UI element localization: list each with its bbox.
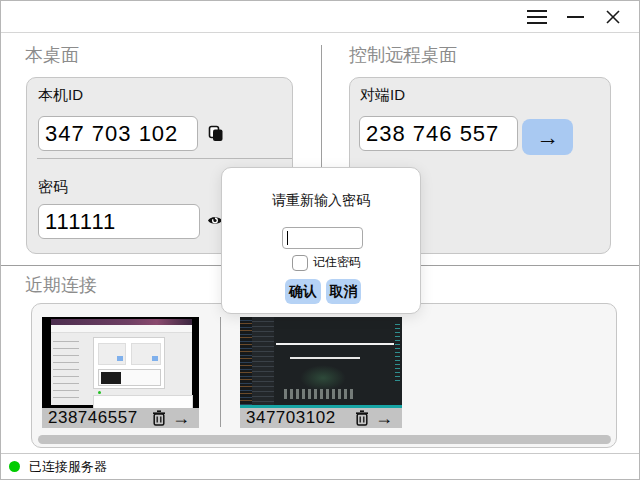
copy-id-button[interactable] [207, 125, 224, 142]
peer-id-label: 对端ID [360, 86, 405, 105]
thumb-window-line [290, 357, 360, 359]
thumb-browser-toolbar [51, 325, 192, 333]
thumb-lower-panel [93, 395, 193, 408]
arrow-right-icon: → [172, 408, 190, 428]
connection-status-text: 已连接服务器 [29, 458, 107, 476]
recent-connections-card: 238746557 → [31, 303, 617, 448]
thumb-desktop-screenshot [51, 319, 192, 405]
thumb-window-line [276, 343, 394, 345]
recent-connection-id: 238746557 [48, 408, 149, 428]
trash-icon [152, 410, 166, 426]
text-caret [287, 231, 288, 245]
recent-connection-item[interactable]: 238746557 → [42, 317, 199, 428]
thumb-mini-recent [98, 369, 161, 386]
cancel-button[interactable]: 取消 [326, 279, 361, 304]
delete-recent-button[interactable] [352, 410, 372, 426]
thumb-text-lines [284, 389, 354, 399]
close-icon [605, 9, 621, 25]
minimize-button[interactable] [557, 1, 593, 33]
password-input[interactable] [38, 204, 200, 239]
peer-id-input[interactable] [359, 116, 518, 151]
thumb-sidebar-text [53, 337, 79, 403]
remote-section-heading: 控制远程桌面 [349, 43, 457, 67]
thumb-code-glow [300, 365, 346, 391]
thumbnail-divider [220, 317, 221, 427]
thumb-minimap [395, 321, 400, 381]
dialog-password-input[interactable] [282, 227, 363, 249]
remember-password-label: 记住密码 [313, 254, 361, 271]
recent-horizontal-scrollbar[interactable] [38, 435, 611, 444]
password-dialog: 请重新输入密码 记住密码 确认 取消 [221, 167, 421, 314]
close-button[interactable] [595, 1, 631, 33]
remember-password-option[interactable]: 记住密码 [292, 254, 361, 271]
local-id-label: 本机ID [38, 86, 83, 105]
arrow-right-icon: → [536, 124, 559, 150]
thumb-editor-screenshot [240, 317, 402, 405]
local-id-input[interactable] [38, 116, 198, 151]
thumb-mini-card [98, 343, 126, 365]
recent-connection-id: 347703102 [246, 408, 352, 428]
titlebar [1, 1, 639, 33]
minimize-icon [567, 16, 584, 18]
recent-thumbnail-image[interactable] [42, 317, 199, 408]
recent-section-heading: 近期连接 [25, 273, 97, 297]
dialog-title: 请重新输入密码 [222, 192, 420, 210]
trash-icon [355, 410, 369, 426]
recent-connection-bar: 347703102 → [240, 408, 402, 428]
recent-thumbnail-image[interactable] [240, 317, 402, 408]
thumb-mini-status-dot [98, 391, 101, 394]
card-divider [37, 158, 292, 159]
delete-recent-button[interactable] [149, 410, 169, 426]
connection-status-icon [9, 461, 20, 472]
local-section-heading: 本桌面 [25, 43, 79, 67]
arrow-right-icon: → [375, 408, 393, 428]
recent-connection-item[interactable]: 347703102 → [240, 317, 402, 428]
copy-icon [207, 125, 224, 142]
connect-button[interactable]: → [522, 119, 573, 155]
thumb-app-panel [93, 337, 165, 389]
recent-connection-bar: 238746557 → [42, 408, 199, 428]
remember-password-checkbox[interactable] [292, 255, 308, 271]
password-label: 密码 [38, 178, 68, 197]
menu-button[interactable] [519, 1, 555, 33]
confirm-button[interactable]: 确认 [285, 279, 321, 304]
thumb-file-tree [252, 317, 274, 405]
hamburger-icon [527, 10, 547, 24]
thumb-mini-card [131, 343, 161, 365]
thumb-activity-bar [240, 317, 252, 405]
status-bar: 已连接服务器 [1, 453, 639, 479]
